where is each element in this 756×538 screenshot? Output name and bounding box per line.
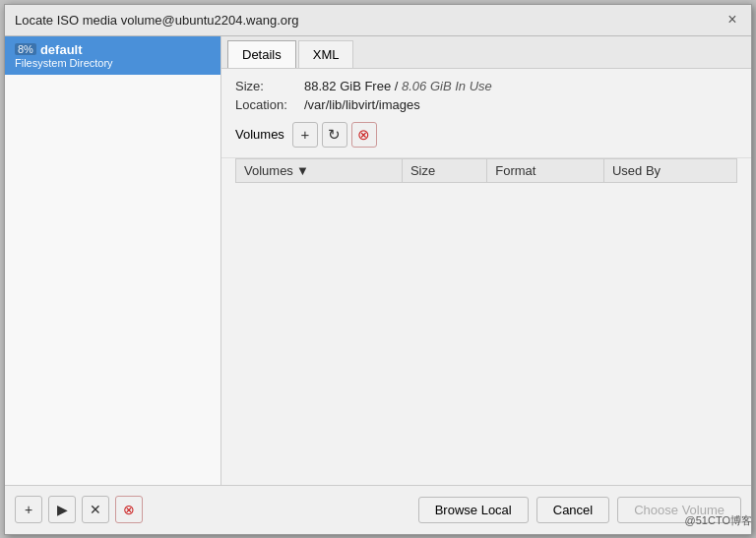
add-button[interactable]: + (15, 496, 42, 523)
size-label: Size: (235, 79, 304, 93)
sidebar-item-default[interactable]: 8% default Filesystem Directory (5, 36, 220, 75)
bottom-bar: + ▶ ✕ ⊗ Browse Local Cancel Choose Volum… (5, 485, 751, 534)
size-row: Size: 88.82 GiB Free / 8.06 GiB In Use (235, 79, 737, 93)
refresh-volume-button[interactable]: ↻ (322, 122, 347, 148)
play-button[interactable]: ▶ (48, 496, 76, 523)
add-volume-button[interactable]: + (292, 122, 318, 148)
volumes-label: Volumes (235, 127, 284, 142)
delete-button[interactable]: ⊗ (115, 496, 143, 523)
sidebar-item-sub: Filesystem Directory (15, 57, 211, 69)
watermark: @51CTO博客 (685, 513, 752, 528)
col-volumes[interactable]: Volumes ▼ (236, 158, 403, 182)
cancel-button[interactable]: Cancel (536, 497, 609, 523)
tab-xml[interactable]: XML (298, 40, 354, 68)
dialog-body: 8% default Filesystem Directory Details … (5, 36, 751, 485)
location-label: Location: (235, 97, 304, 112)
volumes-table: Volumes ▼ Size Format Used By (235, 158, 737, 183)
col-size[interactable]: Size (402, 158, 486, 182)
delete-volume-button[interactable]: ⊗ (351, 122, 377, 148)
title-bar: Locate ISO media volume@ubuntu2204.wang.… (5, 5, 751, 36)
dialog-title: Locate ISO media volume@ubuntu2204.wang.… (15, 13, 299, 28)
close-button[interactable]: × (724, 11, 741, 29)
location-value: /var/lib/libvirt/images (304, 97, 420, 112)
col-used-by[interactable]: Used By (603, 158, 736, 182)
col-format[interactable]: Format (487, 158, 604, 182)
sidebar-item-name: default (40, 42, 83, 57)
details-panel: Size: 88.82 GiB Free / 8.06 GiB In Use L… (221, 69, 751, 158)
volumes-toolbar: Volumes + ↻ ⊗ (235, 122, 737, 148)
sidebar: 8% default Filesystem Directory (5, 36, 221, 485)
sidebar-percent: 8% (15, 43, 36, 55)
volumes-table-container: Volumes ▼ Size Format Used By (221, 158, 751, 485)
sort-arrow-icon: ▼ (296, 163, 309, 178)
browse-local-button[interactable]: Browse Local (418, 497, 529, 523)
bottom-left-buttons: + ▶ ✕ ⊗ (15, 496, 143, 523)
tab-details[interactable]: Details (227, 40, 296, 68)
size-value: 88.82 GiB Free / 8.06 GiB In Use (304, 79, 492, 93)
main-panel: Details XML Size: 88.82 GiB Free / 8.06 … (221, 36, 751, 485)
locate-iso-dialog: Locate ISO media volume@ubuntu2204.wang.… (4, 4, 752, 535)
location-row: Location: /var/lib/libvirt/images (235, 97, 737, 112)
stop-button[interactable]: ✕ (82, 496, 109, 523)
tabs-bar: Details XML (221, 36, 751, 69)
